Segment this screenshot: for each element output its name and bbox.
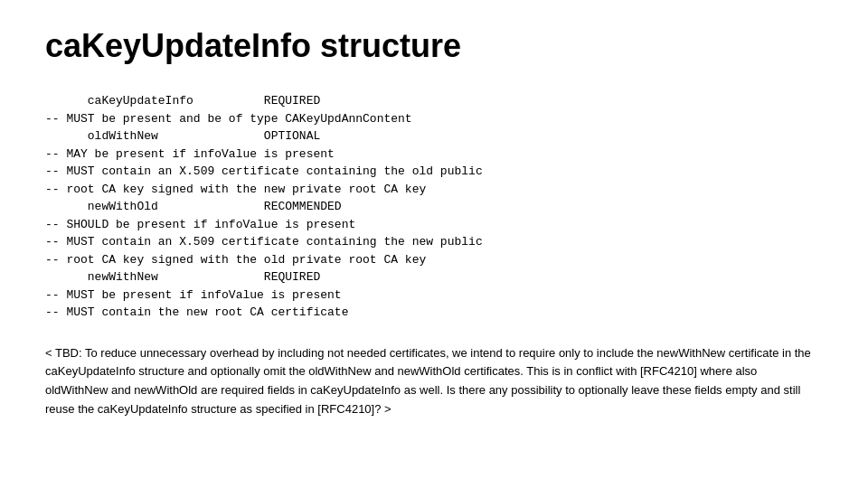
- page-title: caKeyUpdateInfo structure: [45, 27, 823, 65]
- code-block: caKeyUpdateInfo REQUIRED -- MUST be pres…: [45, 92, 823, 322]
- note-block: < TBD: To reduce unnecessary overhead by…: [45, 344, 823, 419]
